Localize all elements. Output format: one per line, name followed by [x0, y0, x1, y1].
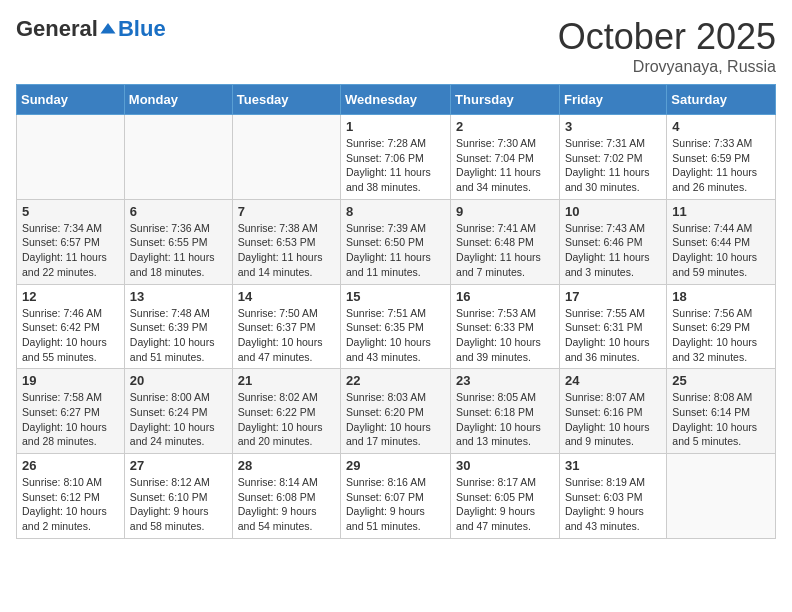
calendar-cell: 11Sunrise: 7:44 AM Sunset: 6:44 PM Dayli…: [667, 199, 776, 284]
day-info: Sunrise: 8:03 AM Sunset: 6:20 PM Dayligh…: [346, 390, 445, 449]
day-number: 21: [238, 373, 335, 388]
day-info: Sunrise: 8:12 AM Sunset: 6:10 PM Dayligh…: [130, 475, 227, 534]
calendar-cell: 31Sunrise: 8:19 AM Sunset: 6:03 PM Dayli…: [559, 454, 666, 539]
calendar-cell: 8Sunrise: 7:39 AM Sunset: 6:50 PM Daylig…: [341, 199, 451, 284]
day-number: 30: [456, 458, 554, 473]
calendar-cell: 27Sunrise: 8:12 AM Sunset: 6:10 PM Dayli…: [124, 454, 232, 539]
day-number: 7: [238, 204, 335, 219]
calendar-cell: 14Sunrise: 7:50 AM Sunset: 6:37 PM Dayli…: [232, 284, 340, 369]
calendar-cell: 7Sunrise: 7:38 AM Sunset: 6:53 PM Daylig…: [232, 199, 340, 284]
calendar-cell: 15Sunrise: 7:51 AM Sunset: 6:35 PM Dayli…: [341, 284, 451, 369]
day-number: 20: [130, 373, 227, 388]
calendar-cell: 16Sunrise: 7:53 AM Sunset: 6:33 PM Dayli…: [451, 284, 560, 369]
day-info: Sunrise: 8:02 AM Sunset: 6:22 PM Dayligh…: [238, 390, 335, 449]
day-info: Sunrise: 8:00 AM Sunset: 6:24 PM Dayligh…: [130, 390, 227, 449]
svg-marker-0: [100, 23, 115, 34]
weekday-header-tuesday: Tuesday: [232, 85, 340, 115]
weekday-header-saturday: Saturday: [667, 85, 776, 115]
calendar-cell: 12Sunrise: 7:46 AM Sunset: 6:42 PM Dayli…: [17, 284, 125, 369]
calendar-cell: 24Sunrise: 8:07 AM Sunset: 6:16 PM Dayli…: [559, 369, 666, 454]
day-info: Sunrise: 7:55 AM Sunset: 6:31 PM Dayligh…: [565, 306, 661, 365]
weekday-header-thursday: Thursday: [451, 85, 560, 115]
day-number: 16: [456, 289, 554, 304]
day-info: Sunrise: 7:51 AM Sunset: 6:35 PM Dayligh…: [346, 306, 445, 365]
day-info: Sunrise: 7:50 AM Sunset: 6:37 PM Dayligh…: [238, 306, 335, 365]
calendar-cell: 5Sunrise: 7:34 AM Sunset: 6:57 PM Daylig…: [17, 199, 125, 284]
calendar-cell: 1Sunrise: 7:28 AM Sunset: 7:06 PM Daylig…: [341, 115, 451, 200]
calendar-week-row: 5Sunrise: 7:34 AM Sunset: 6:57 PM Daylig…: [17, 199, 776, 284]
day-number: 14: [238, 289, 335, 304]
day-number: 11: [672, 204, 770, 219]
day-number: 27: [130, 458, 227, 473]
day-info: Sunrise: 8:16 AM Sunset: 6:07 PM Dayligh…: [346, 475, 445, 534]
day-number: 28: [238, 458, 335, 473]
calendar-cell: 9Sunrise: 7:41 AM Sunset: 6:48 PM Daylig…: [451, 199, 560, 284]
calendar-week-row: 19Sunrise: 7:58 AM Sunset: 6:27 PM Dayli…: [17, 369, 776, 454]
day-info: Sunrise: 7:41 AM Sunset: 6:48 PM Dayligh…: [456, 221, 554, 280]
calendar-cell: [17, 115, 125, 200]
day-info: Sunrise: 8:19 AM Sunset: 6:03 PM Dayligh…: [565, 475, 661, 534]
calendar-cell: 4Sunrise: 7:33 AM Sunset: 6:59 PM Daylig…: [667, 115, 776, 200]
calendar-week-row: 26Sunrise: 8:10 AM Sunset: 6:12 PM Dayli…: [17, 454, 776, 539]
day-info: Sunrise: 7:34 AM Sunset: 6:57 PM Dayligh…: [22, 221, 119, 280]
calendar-cell: 29Sunrise: 8:16 AM Sunset: 6:07 PM Dayli…: [341, 454, 451, 539]
day-number: 13: [130, 289, 227, 304]
day-info: Sunrise: 7:48 AM Sunset: 6:39 PM Dayligh…: [130, 306, 227, 365]
day-info: Sunrise: 8:14 AM Sunset: 6:08 PM Dayligh…: [238, 475, 335, 534]
page-header: General Blue October 2025 Drovyanaya, Ru…: [16, 16, 776, 76]
day-number: 5: [22, 204, 119, 219]
location: Drovyanaya, Russia: [558, 58, 776, 76]
calendar-cell: 25Sunrise: 8:08 AM Sunset: 6:14 PM Dayli…: [667, 369, 776, 454]
calendar-cell: 13Sunrise: 7:48 AM Sunset: 6:39 PM Dayli…: [124, 284, 232, 369]
day-number: 12: [22, 289, 119, 304]
day-info: Sunrise: 7:38 AM Sunset: 6:53 PM Dayligh…: [238, 221, 335, 280]
day-info: Sunrise: 7:31 AM Sunset: 7:02 PM Dayligh…: [565, 136, 661, 195]
weekday-header-friday: Friday: [559, 85, 666, 115]
calendar-cell: 28Sunrise: 8:14 AM Sunset: 6:08 PM Dayli…: [232, 454, 340, 539]
day-info: Sunrise: 7:39 AM Sunset: 6:50 PM Dayligh…: [346, 221, 445, 280]
day-info: Sunrise: 8:17 AM Sunset: 6:05 PM Dayligh…: [456, 475, 554, 534]
day-info: Sunrise: 7:46 AM Sunset: 6:42 PM Dayligh…: [22, 306, 119, 365]
day-info: Sunrise: 7:43 AM Sunset: 6:46 PM Dayligh…: [565, 221, 661, 280]
day-number: 4: [672, 119, 770, 134]
day-number: 6: [130, 204, 227, 219]
day-number: 31: [565, 458, 661, 473]
day-number: 2: [456, 119, 554, 134]
calendar-week-row: 1Sunrise: 7:28 AM Sunset: 7:06 PM Daylig…: [17, 115, 776, 200]
weekday-header-wednesday: Wednesday: [341, 85, 451, 115]
day-info: Sunrise: 7:56 AM Sunset: 6:29 PM Dayligh…: [672, 306, 770, 365]
day-number: 17: [565, 289, 661, 304]
day-info: Sunrise: 7:33 AM Sunset: 6:59 PM Dayligh…: [672, 136, 770, 195]
calendar-cell: [232, 115, 340, 200]
day-number: 25: [672, 373, 770, 388]
day-info: Sunrise: 7:28 AM Sunset: 7:06 PM Dayligh…: [346, 136, 445, 195]
day-number: 19: [22, 373, 119, 388]
day-info: Sunrise: 7:36 AM Sunset: 6:55 PM Dayligh…: [130, 221, 227, 280]
day-info: Sunrise: 7:53 AM Sunset: 6:33 PM Dayligh…: [456, 306, 554, 365]
day-info: Sunrise: 8:08 AM Sunset: 6:14 PM Dayligh…: [672, 390, 770, 449]
calendar-cell: 6Sunrise: 7:36 AM Sunset: 6:55 PM Daylig…: [124, 199, 232, 284]
day-info: Sunrise: 7:30 AM Sunset: 7:04 PM Dayligh…: [456, 136, 554, 195]
day-info: Sunrise: 8:10 AM Sunset: 6:12 PM Dayligh…: [22, 475, 119, 534]
calendar-cell: [667, 454, 776, 539]
day-number: 10: [565, 204, 661, 219]
calendar-cell: [124, 115, 232, 200]
calendar-cell: 23Sunrise: 8:05 AM Sunset: 6:18 PM Dayli…: [451, 369, 560, 454]
calendar-cell: 19Sunrise: 7:58 AM Sunset: 6:27 PM Dayli…: [17, 369, 125, 454]
month-title: October 2025: [558, 16, 776, 58]
day-info: Sunrise: 7:44 AM Sunset: 6:44 PM Dayligh…: [672, 221, 770, 280]
calendar-cell: 18Sunrise: 7:56 AM Sunset: 6:29 PM Dayli…: [667, 284, 776, 369]
day-info: Sunrise: 8:07 AM Sunset: 6:16 PM Dayligh…: [565, 390, 661, 449]
day-number: 24: [565, 373, 661, 388]
calendar-week-row: 12Sunrise: 7:46 AM Sunset: 6:42 PM Dayli…: [17, 284, 776, 369]
logo-blue-text: Blue: [118, 16, 166, 42]
calendar-cell: 3Sunrise: 7:31 AM Sunset: 7:02 PM Daylig…: [559, 115, 666, 200]
day-number: 3: [565, 119, 661, 134]
day-number: 29: [346, 458, 445, 473]
weekday-header-row: SundayMondayTuesdayWednesdayThursdayFrid…: [17, 85, 776, 115]
day-number: 8: [346, 204, 445, 219]
day-number: 1: [346, 119, 445, 134]
calendar-cell: 10Sunrise: 7:43 AM Sunset: 6:46 PM Dayli…: [559, 199, 666, 284]
logo: General Blue: [16, 16, 166, 42]
weekday-header-sunday: Sunday: [17, 85, 125, 115]
